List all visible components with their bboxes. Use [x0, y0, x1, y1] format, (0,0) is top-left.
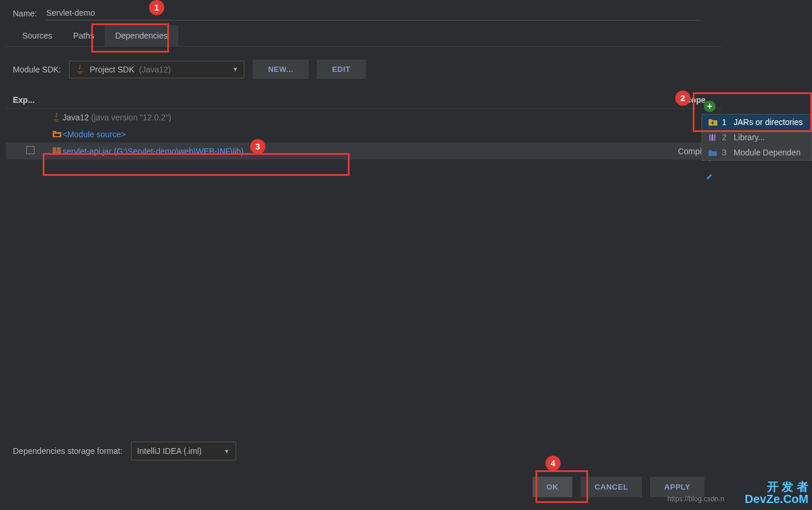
name-label: Name: — [13, 9, 37, 18]
folder-up-icon — [708, 119, 717, 126]
popup-item-library[interactable]: 2 Library... — [702, 130, 811, 145]
svg-rect-3 — [709, 134, 711, 141]
dep-module-source-link[interactable]: <Module source> — [63, 130, 715, 139]
archive-icon — [51, 147, 63, 155]
module-sdk-row: Module SDK: Project SDK (Java12) ▼ NEW..… — [6, 47, 722, 92]
storage-format-label: Dependencies storage format: — [13, 446, 123, 456]
annotation-callout: 4 — [545, 456, 561, 471]
edit-dependency-button[interactable] — [704, 171, 716, 182]
dependencies-list: Java12 (java version "12.0.2") <Module s… — [6, 109, 722, 159]
annotation-callout: 3 — [250, 139, 265, 154]
dialog-footer: OK CANCEL APPLY — [533, 477, 704, 497]
sdk-selected-name: Project SDK — [89, 65, 134, 74]
java-icon — [75, 65, 85, 74]
library-icon — [708, 134, 717, 141]
dependency-row-servlet-api[interactable]: servlet-api.jar (G:\Servlet-demo\web\WEB… — [6, 143, 722, 159]
watermark-url: https://blog.csdn.n — [668, 495, 724, 503]
popup-item-label: Module Dependen — [734, 148, 800, 157]
dependencies-table-header: Exp... Scope — [6, 92, 722, 109]
svg-rect-4 — [711, 134, 713, 141]
name-row: Name: — [6, 0, 722, 25]
folder-icon — [51, 130, 63, 138]
add-dependency-popup: 1 JARs or directories 2 Library... 3 Mod… — [702, 114, 812, 161]
java-icon — [51, 113, 63, 122]
svg-rect-2 — [56, 147, 57, 151]
popup-item-jars[interactable]: 1 JARs or directories — [702, 115, 811, 130]
tab-dependencies[interactable]: Dependencies — [105, 25, 178, 46]
dependency-row-sdk[interactable]: Java12 (java version "12.0.2") — [6, 109, 722, 126]
ok-button[interactable]: OK — [533, 477, 573, 497]
cancel-button[interactable]: CANCEL — [581, 477, 642, 497]
sdk-selected-suffix: (Java12) — [139, 65, 171, 74]
storage-format-select[interactable]: IntelliJ IDEA (.iml) ▼ — [131, 442, 236, 460]
export-checkbox[interactable] — [26, 146, 34, 154]
module-name-input[interactable] — [45, 6, 700, 20]
popup-item-label: JARs or directories — [734, 117, 803, 127]
module-sdk-select[interactable]: Project SDK (Java12) ▼ — [69, 61, 244, 78]
module-settings-panel: Name: Sources Paths Dependencies Module … — [6, 0, 722, 510]
module-sdk-label: Module SDK: — [13, 65, 61, 74]
annotation-callout: 2 — [675, 91, 690, 106]
add-dependency-button[interactable]: + — [704, 100, 716, 112]
tab-paths[interactable]: Paths — [63, 25, 105, 46]
svg-rect-0 — [54, 134, 60, 136]
watermark-logo: 开 发 者 DevZe.CoM — [745, 481, 808, 505]
column-export: Exp... — [13, 95, 34, 105]
tab-sources[interactable]: Sources — [12, 25, 63, 46]
dep-servlet-api-link[interactable]: servlet-api.jar (G:\Servlet-demo\web\WEB… — [63, 147, 678, 156]
module-icon — [708, 149, 717, 157]
annotation-callout: 1 — [149, 0, 164, 15]
svg-rect-5 — [714, 134, 716, 141]
dep-sdk-text: Java12 (java version "12.0.2") — [63, 113, 715, 122]
apply-button[interactable]: APPLY — [650, 477, 704, 497]
popup-item-label: Library... — [734, 133, 765, 142]
popup-item-module-dependency[interactable]: 3 Module Dependen — [702, 145, 811, 160]
new-sdk-button[interactable]: NEW... — [253, 60, 308, 79]
storage-format-row: Dependencies storage format: IntelliJ ID… — [13, 442, 236, 460]
chevron-down-icon: ▼ — [224, 448, 230, 455]
dependency-row-module-source[interactable]: <Module source> — [6, 126, 722, 143]
edit-sdk-button[interactable]: EDIT — [317, 60, 366, 79]
chevron-down-icon: ▼ — [233, 66, 239, 72]
tab-bar: Sources Paths Dependencies — [6, 25, 722, 47]
